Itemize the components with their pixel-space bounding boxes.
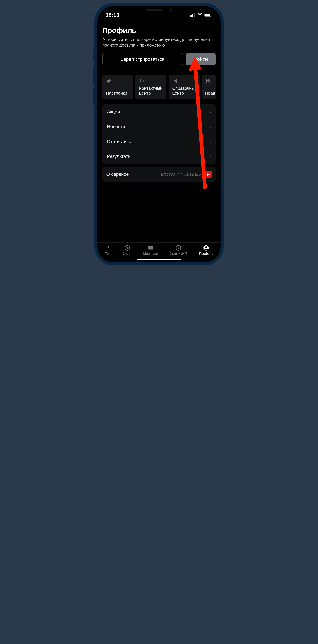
divider xyxy=(102,70,216,70)
nav-my-bets[interactable]: Мои пари xyxy=(143,245,158,256)
auth-row: Зарегистрироваться Войти xyxy=(102,53,216,66)
menu-item-news[interactable]: Новости › xyxy=(102,119,216,134)
content: Профиль Авторизуйтесь или зарегистрируйт… xyxy=(97,21,221,242)
svg-point-15 xyxy=(205,246,207,248)
tile-help-center[interactable]: Справочный центр xyxy=(169,74,200,100)
register-button-label: Зарегистрироваться xyxy=(121,56,165,62)
svg-rect-2 xyxy=(192,14,193,17)
tile-contact-center[interactable]: Контактный центр xyxy=(135,74,166,100)
page-subtitle: Авторизуйтесь или зарегистрируйтесь для … xyxy=(102,37,216,48)
gear-icon xyxy=(106,78,111,84)
menu-item-promotions[interactable]: Акции › xyxy=(102,104,216,119)
nav-profile[interactable]: Профиль xyxy=(199,245,213,256)
volume-down-button xyxy=(93,88,95,106)
login-button[interactable]: Войти xyxy=(186,53,216,66)
tile-label: Настройки xyxy=(106,91,129,96)
about-label: О сервисе xyxy=(106,172,129,177)
page-title: Профиль xyxy=(102,26,216,34)
home-indicator[interactable] xyxy=(137,258,181,260)
app-logo-icon: F xyxy=(205,171,212,178)
nav-label: Ставки 24/7 xyxy=(169,252,188,256)
wifi-icon xyxy=(197,13,203,17)
chevron-right-icon: › xyxy=(209,109,211,115)
svg-point-10 xyxy=(126,247,128,249)
screen: 18:13 Профиль Авториз xyxy=(97,6,221,262)
menu-item-label: Новости xyxy=(107,124,125,129)
chevron-right-icon: › xyxy=(209,124,211,130)
menu-list: Акции › Новости › Статистика › Результат… xyxy=(102,104,216,164)
chevron-right-icon: › xyxy=(209,154,211,160)
tile-settings[interactable]: Настройки xyxy=(102,74,133,100)
nav-label: Топ xyxy=(105,252,111,256)
tiles-row[interactable]: Настройки Контактный центр Справочный це… xyxy=(102,74,216,100)
nav-bets-247[interactable]: Ставки 24/7 xyxy=(169,245,188,256)
svg-rect-5 xyxy=(205,14,210,16)
nav-top[interactable]: Топ xyxy=(105,245,111,256)
version-text: Версия 7.40.1 (2425) xyxy=(161,172,202,177)
signal-icon xyxy=(190,13,195,17)
headset-icon xyxy=(139,78,144,84)
about-row[interactable]: О сервисе Версия 7.40.1 (2425) F xyxy=(102,167,216,182)
phone-frame: 18:13 Профиль Авториз xyxy=(94,3,224,265)
svg-rect-3 xyxy=(194,13,195,17)
chevron-right-icon: › xyxy=(209,138,211,145)
status-time: 18:13 xyxy=(106,12,119,18)
menu-item-statistics[interactable]: Статистика › xyxy=(102,134,216,149)
mute-switch xyxy=(93,50,95,60)
nav-sport[interactable]: Спорт xyxy=(122,245,132,256)
svg-rect-6 xyxy=(212,14,212,16)
tile-rules[interactable]: Прав xyxy=(202,74,216,100)
nav-label: Мои пари xyxy=(143,252,158,256)
nav-label: Профиль xyxy=(199,252,213,256)
tile-label: Прав xyxy=(205,91,214,96)
menu-item-label: Статистика xyxy=(107,139,131,144)
menu-item-label: Акции xyxy=(107,109,120,114)
notch xyxy=(132,6,186,14)
target-icon xyxy=(124,245,130,251)
status-icons xyxy=(190,13,212,17)
svg-rect-0 xyxy=(190,16,191,17)
register-button[interactable]: Зарегистрироваться xyxy=(102,53,183,66)
help-file-icon xyxy=(205,78,210,84)
flame-icon xyxy=(105,245,111,251)
help-file-icon xyxy=(172,78,178,84)
menu-item-results[interactable]: Результаты › xyxy=(102,149,216,164)
tile-label: Контактный центр xyxy=(139,86,163,96)
login-button-label: Войти xyxy=(194,56,208,62)
svg-rect-1 xyxy=(191,15,192,17)
volume-up-button xyxy=(93,66,95,84)
person-circle-icon xyxy=(203,245,209,251)
menu-item-label: Результаты xyxy=(107,154,131,159)
tile-label: Справочный центр xyxy=(172,86,196,96)
svg-point-12 xyxy=(150,248,151,248)
battery-icon xyxy=(204,13,212,17)
nav-label: Спорт xyxy=(122,252,132,256)
about-right: Версия 7.40.1 (2425) F xyxy=(161,171,212,178)
bolt-circle-icon xyxy=(175,245,182,251)
ticket-icon xyxy=(147,245,154,251)
bottom-nav: Топ Спорт Мои пари Ставки 24/7 Профиль xyxy=(97,242,221,257)
